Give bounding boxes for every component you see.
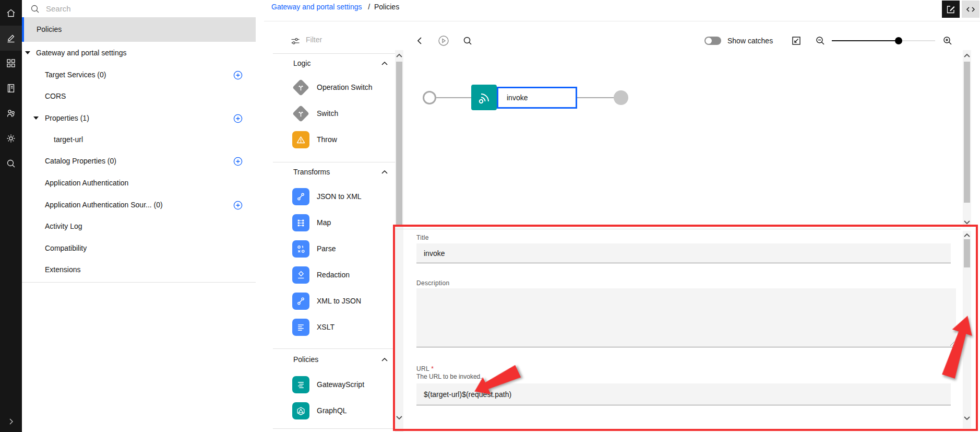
add-authentication-source-button[interactable] xyxy=(233,200,243,211)
flow-connector xyxy=(577,97,614,98)
gatewayscript-icon xyxy=(292,376,309,393)
annotation-highlight-box xyxy=(393,225,978,431)
palette-item-switch[interactable]: Switch xyxy=(292,105,397,122)
canvas-scrollbar-thumb[interactable] xyxy=(964,62,970,203)
catalog-icon[interactable] xyxy=(5,82,17,95)
fit-to-screen-icon[interactable] xyxy=(791,36,802,46)
invoke-node-label-box[interactable]: invoke xyxy=(497,87,577,109)
palette-filter-input[interactable] xyxy=(306,32,384,47)
flow-end-circle xyxy=(614,90,628,105)
header-divider xyxy=(264,21,980,21)
invoke-icon xyxy=(476,89,493,106)
graphql-icon xyxy=(292,402,309,419)
flow-connector xyxy=(436,97,471,98)
map-icon xyxy=(292,214,309,231)
palette-divider xyxy=(273,162,395,162)
palette-divider xyxy=(273,348,395,349)
selected-accent-bar xyxy=(22,17,24,42)
collapse-chevron-up-icon[interactable] xyxy=(380,61,389,66)
tree-item-extensions[interactable]: Extensions xyxy=(22,259,256,281)
redaction-icon xyxy=(292,266,309,284)
apps-icon[interactable] xyxy=(5,57,17,69)
invoke-node-title: invoke xyxy=(507,88,528,107)
breadcrumb: Gateway and portal settings / Policies xyxy=(271,2,399,12)
scroll-down-icon[interactable] xyxy=(963,220,971,225)
canvas-scrollbar[interactable] xyxy=(963,50,971,227)
run-icon[interactable] xyxy=(437,34,450,47)
app-rail xyxy=(0,0,22,432)
palette-divider xyxy=(273,53,395,54)
search-icon[interactable] xyxy=(5,157,17,170)
back-icon[interactable] xyxy=(415,36,425,46)
tree-item-application-authentication-sources[interactable]: Application Authentication Sour... (0) xyxy=(22,194,256,216)
tree-item-cors[interactable]: CORS xyxy=(22,85,256,107)
zoom-slider-fill xyxy=(832,40,899,41)
palette-item-operation-switch[interactable]: Operation Switch xyxy=(292,79,397,96)
palette-item-xslt[interactable]: XSLT xyxy=(292,319,397,336)
palette-item-redaction[interactable]: Redaction xyxy=(292,266,397,284)
nav-panel: Policies Gateway and portal settings Tar… xyxy=(22,0,256,432)
add-property-button[interactable] xyxy=(233,113,243,124)
people-icon[interactable] xyxy=(5,107,17,120)
zoom-in-icon[interactable] xyxy=(942,36,953,46)
palette-divider xyxy=(273,428,395,429)
palette-item-gatewayscript[interactable]: GatewayScript xyxy=(292,376,397,393)
collapse-chevron-up-icon[interactable] xyxy=(380,169,389,174)
tree-item-gateway-settings[interactable]: Gateway and portal settings xyxy=(22,42,256,64)
nav-search-input[interactable] xyxy=(46,0,218,17)
tree-item-target-url[interactable]: target-url xyxy=(22,129,256,150)
tree-item-target-services[interactable]: Target Services (0) xyxy=(22,64,256,86)
tree-item-compatibility[interactable]: Compatibility xyxy=(22,237,256,259)
scroll-up-icon[interactable] xyxy=(396,53,403,58)
switch-icon xyxy=(296,109,305,118)
tree-item-catalog-properties[interactable]: Catalog Properties (0) xyxy=(22,150,256,172)
palette-item-throw[interactable]: Throw xyxy=(292,131,397,148)
panel-expand-chevron-right-icon[interactable] xyxy=(5,415,17,428)
palette-scrollbar-thumb[interactable] xyxy=(396,62,402,226)
nav-item-policies[interactable]: Policies xyxy=(22,17,256,42)
filter-icon xyxy=(290,36,301,46)
palette-item-graphql[interactable]: GraphQL xyxy=(292,402,397,419)
palette-item-xml-to-json[interactable]: XML to JSON xyxy=(292,293,397,310)
tree-item-activity-log[interactable]: Activity Log xyxy=(22,215,256,237)
source-mode-button[interactable] xyxy=(962,1,979,18)
design-edit-icon xyxy=(946,4,956,15)
show-catches-label: Show catches xyxy=(727,37,773,45)
design-mode-button[interactable] xyxy=(942,1,960,18)
canvas-search-icon[interactable] xyxy=(462,36,473,46)
breadcrumb-separator: / xyxy=(364,3,374,11)
nav-divider xyxy=(22,282,256,283)
add-catalog-property-button[interactable] xyxy=(233,156,243,167)
zoom-slider[interactable] xyxy=(832,40,935,41)
scroll-up-icon[interactable] xyxy=(963,53,971,58)
xslt-icon xyxy=(292,319,309,336)
zoom-slider-thumb[interactable] xyxy=(895,37,902,44)
palette-section-policies: Policies xyxy=(293,355,318,364)
home-icon[interactable] xyxy=(5,7,17,19)
parse-icon xyxy=(292,240,309,258)
tree-item-application-authentication[interactable]: Application Authentication xyxy=(22,172,256,194)
show-catches-toggle[interactable] xyxy=(704,37,721,45)
collapse-chevron-up-icon[interactable] xyxy=(380,357,389,362)
operation-switch-icon xyxy=(296,83,305,92)
nav-search-icon[interactable] xyxy=(30,4,40,14)
json-to-xml-icon xyxy=(292,188,309,205)
breadcrumb-link-gateway-settings[interactable]: Gateway and portal settings xyxy=(271,3,362,11)
palette-item-json-to-xml[interactable]: JSON to XML xyxy=(292,188,397,205)
nav-item-label: Policies xyxy=(37,17,62,42)
tree-item-properties[interactable]: Properties (1) xyxy=(22,107,256,129)
breadcrumb-current: Policies xyxy=(374,3,399,11)
palette-item-map[interactable]: Map xyxy=(292,214,397,231)
settings-icon[interactable] xyxy=(5,132,17,145)
flow-start-circle xyxy=(423,91,436,104)
toggle-knob xyxy=(706,38,712,44)
add-target-service-button[interactable] xyxy=(233,70,243,80)
palette-item-parse[interactable]: Parse xyxy=(292,240,397,258)
caret-down-icon[interactable] xyxy=(25,51,30,54)
invoke-node-icon[interactable] xyxy=(471,85,497,110)
caret-down-icon[interactable] xyxy=(33,116,39,120)
xml-to-json-icon xyxy=(292,293,309,310)
edit-icon[interactable] xyxy=(5,32,17,44)
zoom-out-icon[interactable] xyxy=(815,36,826,46)
source-code-icon xyxy=(965,4,976,15)
